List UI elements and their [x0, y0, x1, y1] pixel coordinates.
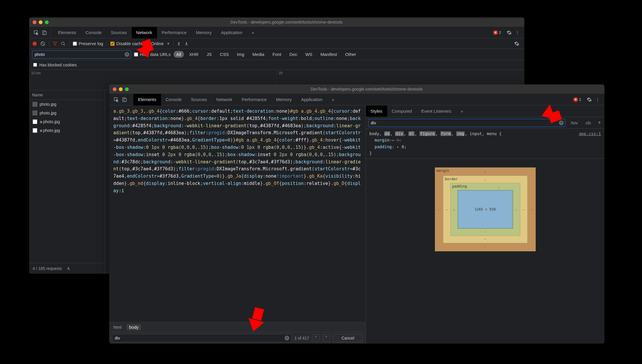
filter-icon[interactable] — [53, 41, 57, 46]
error-count[interactable]: 1 — [579, 97, 581, 102]
type-all[interactable]: All — [174, 51, 184, 58]
source-css-view[interactable]: a.gb_3.gb_3,.gb_4{color:#666;cursor:defa… — [109, 105, 366, 322]
elements-panel: a.gb_3.gb_3,.gb_4{color:#666;cursor:defa… — [109, 105, 366, 344]
type-css[interactable]: CSS — [217, 51, 232, 58]
box-margin-label: margin — [437, 169, 449, 173]
svg-line-4 — [41, 42, 45, 45]
request-row[interactable]: photo.jpg — [29, 126, 105, 135]
close-icon[interactable] — [33, 20, 36, 24]
tab-application[interactable]: Application — [297, 94, 327, 105]
filter-bar: ✕ Hide data URLs All XHR JS CSS Img Medi… — [29, 49, 524, 60]
search-prev-icon[interactable]: ˄ — [312, 334, 320, 342]
source-link[interactable]: app.css:1 — [579, 130, 601, 137]
more-icon[interactable]: ⋮ — [593, 96, 602, 104]
error-count[interactable]: 2 — [499, 30, 501, 35]
hov-toggle[interactable]: :hov — [568, 121, 580, 125]
type-doc[interactable]: Doc — [287, 51, 300, 58]
tab-sources[interactable]: Sources — [186, 94, 212, 105]
cancel-button[interactable]: Cancel — [333, 334, 363, 342]
type-img[interactable]: Img — [234, 51, 247, 58]
type-ws[interactable]: WS — [303, 51, 315, 58]
titlebar[interactable]: DevTools - developers.google.com/web/too… — [109, 84, 604, 94]
error-badge-icon[interactable]: ✕ — [493, 30, 498, 35]
box-model[interactable]: margin ---- border ---- padding ---- 126… — [435, 167, 536, 251]
download-icon[interactable] — [184, 42, 188, 46]
svg-point-5 — [61, 42, 64, 45]
gear-icon[interactable] — [513, 40, 521, 48]
tab-elements[interactable]: Elements — [53, 27, 81, 38]
new-rule-icon[interactable]: + — [595, 120, 603, 126]
error-badge-icon[interactable]: ✕ — [573, 97, 578, 102]
styles-filter-input[interactable] — [368, 119, 565, 127]
maximize-icon[interactable] — [125, 87, 129, 91]
filter-input[interactable] — [32, 50, 131, 59]
minimize-icon[interactable] — [39, 20, 43, 24]
titlebar[interactable]: DevTools - developers.google.com/web/too… — [29, 17, 524, 27]
gear-icon[interactable] — [585, 96, 593, 104]
type-font[interactable]: Font — [270, 51, 284, 58]
more-icon[interactable]: ⋮ — [513, 29, 521, 37]
tabs-overflow-icon[interactable]: » — [247, 27, 259, 38]
css-rule[interactable]: app.css:1 body, dd, div, dl, figure, for… — [366, 129, 604, 159]
rule-prop-margin[interactable]: margin:▸ 0; — [375, 138, 402, 142]
tab-performance[interactable]: Performance — [237, 94, 271, 105]
request-row[interactable]: photo.jpg — [29, 100, 105, 109]
clear-search-icon[interactable]: ✕ — [285, 336, 289, 340]
tab-network[interactable]: Network — [212, 94, 237, 105]
styles-tabs-overflow-icon[interactable]: » — [456, 105, 468, 117]
tab-memory[interactable]: Memory — [271, 94, 297, 105]
search-icon[interactable] — [61, 41, 66, 46]
close-icon[interactable] — [113, 87, 117, 91]
tab-styles[interactable]: Styles — [366, 105, 387, 117]
throttle-chevron-icon[interactable]: ▾ — [167, 41, 170, 46]
minimize-icon[interactable] — [119, 87, 123, 91]
inspect-icon[interactable] — [112, 96, 120, 104]
type-manifest[interactable]: Manifest — [318, 51, 340, 58]
main-tabbar: Elements Console Sources Network Perform… — [29, 27, 524, 38]
type-xhr[interactable]: XHR — [187, 51, 201, 58]
request-name: photo.jpg — [40, 119, 60, 124]
tab-application[interactable]: Application — [216, 27, 247, 38]
request-row[interactable]: photo.jpg — [29, 117, 105, 126]
search-input[interactable] — [112, 334, 292, 342]
tab-memory[interactable]: Memory — [191, 27, 216, 38]
gear-icon[interactable] — [505, 29, 513, 37]
clear-styles-filter-icon[interactable]: ✕ — [559, 121, 564, 125]
type-media[interactable]: Media — [250, 51, 267, 58]
clear-icon[interactable] — [40, 41, 45, 46]
rule-prop-padding[interactable]: padding: ▸ 0; — [369, 144, 601, 150]
type-js[interactable]: JS — [204, 51, 214, 58]
tab-sources[interactable]: Sources — [106, 27, 132, 38]
clear-filter-icon[interactable]: ✕ — [125, 52, 129, 57]
preserve-log-checkbox[interactable]: Preserve log — [73, 41, 103, 46]
device-toggle-icon[interactable] — [120, 96, 128, 104]
record-icon[interactable] — [33, 42, 37, 46]
tab-event-listeners[interactable]: Event Listeners — [417, 105, 456, 117]
tab-console[interactable]: Console — [81, 27, 106, 38]
breadcrumb-body[interactable]: body — [127, 324, 141, 330]
request-row[interactable]: photo.jpg — [29, 109, 105, 117]
inspect-icon[interactable] — [32, 29, 40, 37]
box-padding-label: padding — [452, 184, 467, 188]
disable-cache-checkbox[interactable]: Disable cache — [110, 41, 144, 46]
tab-network[interactable]: Network — [132, 27, 157, 38]
device-toggle-icon[interactable] — [40, 29, 48, 37]
search-count: 1 of 417 — [294, 336, 309, 340]
name-header[interactable]: Name — [29, 90, 105, 100]
thumb-icon — [33, 102, 37, 107]
type-other[interactable]: Other — [343, 51, 359, 58]
upload-icon[interactable] — [177, 42, 181, 46]
svg-line-6 — [64, 44, 65, 45]
online-label[interactable]: Online — [151, 41, 163, 46]
cls-toggle[interactable]: .cls — [582, 121, 593, 125]
styles-tabs: Styles Computed Event Listeners » — [366, 105, 604, 117]
tab-performance[interactable]: Performance — [157, 27, 191, 38]
breadcrumb-html[interactable]: html — [113, 325, 121, 330]
tab-console[interactable]: Console — [161, 94, 186, 105]
tab-computed[interactable]: Computed — [387, 105, 417, 117]
search-next-icon[interactable]: ˅ — [322, 334, 330, 342]
maximize-icon[interactable] — [45, 20, 49, 24]
blocked-cookies-checkbox[interactable] — [33, 63, 37, 67]
tab-elements[interactable]: Elements — [133, 94, 161, 105]
tabs-overflow-icon[interactable]: » — [327, 94, 339, 105]
